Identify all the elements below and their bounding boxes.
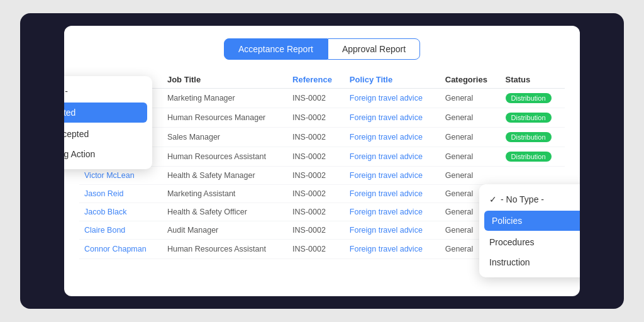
dropdown-item-not-accepted[interactable]: Not Accepted: [64, 124, 152, 144]
cell-reference: INS-0002: [287, 221, 345, 240]
dropdown-item-instruction[interactable]: Instruction: [479, 252, 580, 272]
cell-reference: INS-0002: [287, 128, 345, 147]
cell-reference: INS-0002: [287, 203, 345, 221]
cell-name[interactable]: Claire Bond: [79, 221, 162, 240]
cell-reference: INS-0002: [287, 240, 345, 259]
dropdown-all-option[interactable]: ✓ - All -: [64, 81, 152, 101]
acceptance-filter-dropdown[interactable]: ✓ - All - Accepted Not Accepted Pending …: [64, 76, 152, 169]
col-policy-title: Policy Title: [345, 71, 440, 89]
table-row: Victor McLeanHealth & Safety ManagerINS-…: [79, 167, 565, 185]
col-reference: Reference: [287, 71, 345, 89]
cell-job-title: Human Resources Assistant: [162, 147, 287, 167]
dropdown-item-pending-action[interactable]: Pending Action: [64, 144, 152, 164]
cell-categories: General: [440, 108, 501, 128]
status-badge: Distribution: [506, 93, 552, 103]
cell-categories: General: [440, 167, 501, 185]
cell-policy-title[interactable]: Foreign travel advice: [345, 108, 440, 128]
cell-reference: INS-0002: [287, 167, 345, 185]
cell-reference: INS-0002: [287, 185, 345, 203]
cell-policy-title[interactable]: Foreign travel advice: [345, 128, 440, 147]
cell-reference: INS-0002: [287, 89, 345, 108]
cell-name[interactable]: Connor Chapman: [79, 240, 162, 259]
dropdown-item-procedures[interactable]: Procedures: [479, 232, 580, 252]
cell-status: Distribution: [501, 89, 565, 108]
tab-acceptance-report[interactable]: Acceptance Report: [224, 38, 328, 60]
cell-job-title: Health & Safety Manager: [162, 167, 287, 185]
tab-approval-report[interactable]: Approval Report: [328, 38, 420, 60]
cell-status: Distribution: [501, 128, 565, 147]
cell-job-title: Human Resources Assistant: [162, 240, 287, 259]
tabs-row: Acceptance Report Approval Report: [79, 38, 565, 60]
cell-categories: General: [440, 128, 501, 147]
cell-policy-title[interactable]: Foreign travel advice: [345, 203, 440, 221]
app-container: ✓ - All - Accepted Not Accepted Pending …: [20, 13, 624, 309]
cell-policy-title[interactable]: Foreign travel advice: [345, 185, 440, 203]
cell-status: Distribution: [501, 108, 565, 128]
status-badge: Distribution: [506, 132, 552, 142]
dropdown-right-all-option[interactable]: ✓ - No Type -: [479, 189, 580, 209]
cell-reference: INS-0002: [287, 108, 345, 128]
dropdown-all-label: - All -: [64, 86, 68, 96]
cell-policy-title[interactable]: Foreign travel advice: [345, 240, 440, 259]
checkmark-right-icon: ✓: [489, 194, 497, 204]
dropdown-right-all-label: - No Type -: [501, 194, 544, 204]
cell-name[interactable]: Jacob Black: [79, 203, 162, 221]
status-badge: Distribution: [506, 113, 552, 123]
col-status: Status: [501, 71, 565, 89]
cell-policy-title[interactable]: Foreign travel advice: [345, 221, 440, 240]
cell-job-title: Human Resources Manager: [162, 108, 287, 128]
dropdown-item-accepted[interactable]: Accepted: [64, 103, 147, 123]
cell-categories: General: [440, 89, 501, 108]
dropdown-item-policies[interactable]: Policies: [484, 211, 580, 231]
cell-job-title: Health & Safety Officer: [162, 203, 287, 221]
col-categories: Categories: [440, 71, 501, 89]
cell-reference: INS-0002: [287, 147, 345, 167]
col-job-title: Job Title: [162, 71, 287, 89]
cell-job-title: Marketing Manager: [162, 89, 287, 108]
status-badge: Distribution: [506, 152, 552, 162]
cell-job-title: Audit Manager: [162, 221, 287, 240]
cell-policy-title[interactable]: Foreign travel advice: [345, 89, 440, 108]
policy-type-filter-dropdown[interactable]: ✓ - No Type - Policies Procedures Instru…: [479, 184, 580, 277]
cell-name[interactable]: Jason Reid: [79, 185, 162, 203]
cell-job-title: Sales Manager: [162, 128, 287, 147]
cell-categories: General: [440, 147, 501, 167]
main-panel: ✓ - All - Accepted Not Accepted Pending …: [64, 26, 580, 296]
cell-policy-title[interactable]: Foreign travel advice: [345, 167, 440, 185]
cell-policy-title[interactable]: Foreign travel advice: [345, 147, 440, 167]
cell-job-title: Marketing Assistant: [162, 185, 287, 203]
cell-status: [501, 167, 565, 185]
cell-status: Distribution: [501, 147, 565, 167]
